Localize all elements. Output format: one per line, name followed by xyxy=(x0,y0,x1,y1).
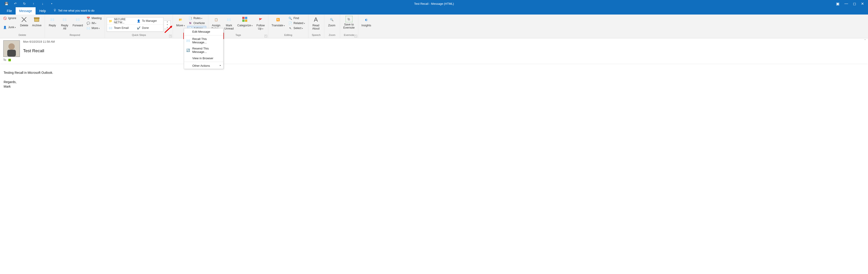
ribbon-display-icon[interactable]: ▣ xyxy=(836,2,839,6)
ribbon: 🚫Ignore 👤Junk Delete Archive Delete ✉️Re… xyxy=(0,15,868,38)
svg-point-0 xyxy=(54,9,56,11)
tags-launcher[interactable]: ↘ xyxy=(265,35,267,37)
message-subject: Test Recall xyxy=(23,48,55,53)
meeting-icon: 📅 xyxy=(87,16,90,20)
junk-icon: 👤 xyxy=(3,25,7,29)
reply-all-button[interactable]: ✉️Reply All xyxy=(59,16,70,31)
im-label: IM xyxy=(92,22,96,25)
reply-button[interactable]: ✉️Reply xyxy=(47,16,58,27)
archive-button[interactable]: Archive xyxy=(31,16,43,27)
evernote-launcher[interactable]: ↘ xyxy=(354,35,357,37)
group-editing: 🈶Translate 🔍Find 📄Related ↖Select Editin… xyxy=(268,15,308,38)
up-arrow-icon[interactable]: ↑ xyxy=(32,2,35,5)
more-respond-button[interactable]: ✉️More xyxy=(85,26,103,30)
im-icon: 💬 xyxy=(87,21,90,25)
qat-customize-icon[interactable]: ▾ xyxy=(50,2,54,5)
read-aloud-icon: A xyxy=(312,16,319,23)
meeting-button[interactable]: 📅Meeting xyxy=(85,16,103,21)
mark-unread-icon: ✉️ xyxy=(225,16,232,23)
actions-menu: Edit Message ✉️Recall This Message... 🔄R… xyxy=(184,28,223,69)
minimize-icon[interactable]: — xyxy=(844,2,848,6)
save-icon[interactable]: 💾 xyxy=(4,2,8,5)
group-editing-label: Editing xyxy=(268,34,308,38)
svg-point-8 xyxy=(8,43,15,50)
menu-recall-label: Recall This Message... xyxy=(192,37,221,44)
quick-steps-launcher[interactable]: ↘ xyxy=(169,35,172,37)
menu-separator xyxy=(184,62,223,62)
ignore-icon: 🚫 xyxy=(3,16,7,20)
move-button[interactable]: 📂Move xyxy=(175,16,186,27)
mark-unread-button[interactable]: ✉️Mark Unread xyxy=(223,16,235,31)
menu-resend-message[interactable]: 🔄Resend This Message... xyxy=(184,46,223,55)
body-line: Mark xyxy=(4,84,864,89)
menu-resend-label: Resend This Message... xyxy=(192,47,221,54)
quick-steps-gallery[interactable]: 📁SECURE NETW... 👤To Manager ✉️Team Email… xyxy=(107,17,163,32)
team-email-icon: ✉️ xyxy=(109,26,113,30)
group-quick-steps: 📁SECURE NETW... 👤To Manager ✉️Team Email… xyxy=(105,15,173,38)
svg-rect-5 xyxy=(242,20,245,22)
tab-file[interactable]: File xyxy=(3,7,16,15)
quick-access-toolbar: 💾 ↶ ↻ ↑ ↓ ▾ xyxy=(0,2,54,5)
categorize-button[interactable]: Categorize xyxy=(236,16,254,27)
save-evernote-label: Save to Evernote xyxy=(343,23,355,29)
qs-to-manager[interactable]: 👤To Manager xyxy=(135,18,163,25)
close-icon[interactable]: ✕ xyxy=(861,2,864,6)
qs-done-label: Done xyxy=(142,26,149,29)
delete-icon xyxy=(21,16,28,23)
im-button[interactable]: 💬IM xyxy=(85,21,103,25)
to-manager-icon: 👤 xyxy=(137,19,141,23)
read-aloud-button[interactable]: ARead Aloud xyxy=(310,16,321,31)
zoom-button[interactable]: 🔍Zoom xyxy=(326,16,337,27)
onenote-button[interactable]: NOneNote xyxy=(187,21,207,25)
tab-message[interactable]: Message xyxy=(16,7,36,15)
group-zoom: 🔍Zoom Zoom xyxy=(324,15,340,38)
related-button[interactable]: 📄Related xyxy=(287,21,306,25)
ignore-label: Ignore xyxy=(8,17,16,20)
qs-team-email[interactable]: ✉️Team Email xyxy=(107,25,135,32)
menu-edit-message[interactable]: Edit Message xyxy=(184,28,223,35)
find-button[interactable]: 🔍Find xyxy=(287,16,306,21)
junk-button[interactable]: 👤Junk xyxy=(2,25,18,29)
to-label: To xyxy=(3,58,6,61)
save-evernote-button[interactable]: 🐘Save to Evernote xyxy=(342,16,356,30)
maximize-icon[interactable]: ◻ xyxy=(853,2,856,6)
menu-recall-message[interactable]: ✉️Recall This Message... xyxy=(184,36,223,46)
ribbon-tabs: File Message Help Tell me what you want … xyxy=(0,7,868,15)
sender-avatar xyxy=(3,40,20,57)
follow-up-button[interactable]: 🚩Follow Up xyxy=(255,16,266,31)
meeting-label: Meeting xyxy=(92,17,101,20)
delete-button[interactable]: Delete xyxy=(18,16,30,27)
more-icon: ✉️ xyxy=(87,26,90,30)
quick-steps-expand[interactable]: ▴▾▾ xyxy=(164,21,170,29)
collapse-header-icon[interactable]: ˄ xyxy=(864,39,866,42)
qs-done[interactable]: ✔️Done xyxy=(135,25,163,32)
select-icon: ↖ xyxy=(288,26,292,30)
blank-icon xyxy=(186,64,190,67)
blank-icon xyxy=(186,56,190,60)
down-arrow-icon[interactable]: ↓ xyxy=(41,2,44,5)
undo-icon[interactable]: ↶ xyxy=(13,2,17,5)
body-line: Regards, xyxy=(4,80,864,84)
message-body: Testing Recall in Microsoft Outlook. Reg… xyxy=(0,64,868,95)
svg-rect-1 xyxy=(34,18,39,19)
redo-icon[interactable]: ↻ xyxy=(23,2,26,5)
evernote-icon: 🐘 xyxy=(346,16,352,22)
move-icon: 📂 xyxy=(177,16,184,23)
forward-button[interactable]: ✉️Forward xyxy=(71,16,84,27)
tab-help[interactable]: Help xyxy=(36,7,50,15)
qs-secure[interactable]: 📁SECURE NETW... xyxy=(107,18,135,25)
archive-icon xyxy=(33,16,40,23)
translate-button[interactable]: 🈶Translate xyxy=(270,16,286,27)
insights-button[interactable]: ◐Insights xyxy=(360,16,373,27)
insights-label: Insights xyxy=(362,24,371,27)
group-insights: ◐Insights xyxy=(358,15,376,38)
group-respond-label: Respond xyxy=(45,34,105,38)
menu-view-in-browser[interactable]: View in Browser xyxy=(184,55,223,61)
select-button[interactable]: ↖Select xyxy=(287,26,306,30)
group-zoom-label: Zoom xyxy=(324,34,340,38)
tell-me-search[interactable]: Tell me what you want to do xyxy=(50,7,98,15)
done-icon: ✔️ xyxy=(137,26,141,30)
ignore-button[interactable]: 🚫Ignore xyxy=(2,16,18,21)
menu-other-actions[interactable]: Other Actions xyxy=(184,62,223,69)
rules-button[interactable]: 📑Rules xyxy=(187,16,207,21)
